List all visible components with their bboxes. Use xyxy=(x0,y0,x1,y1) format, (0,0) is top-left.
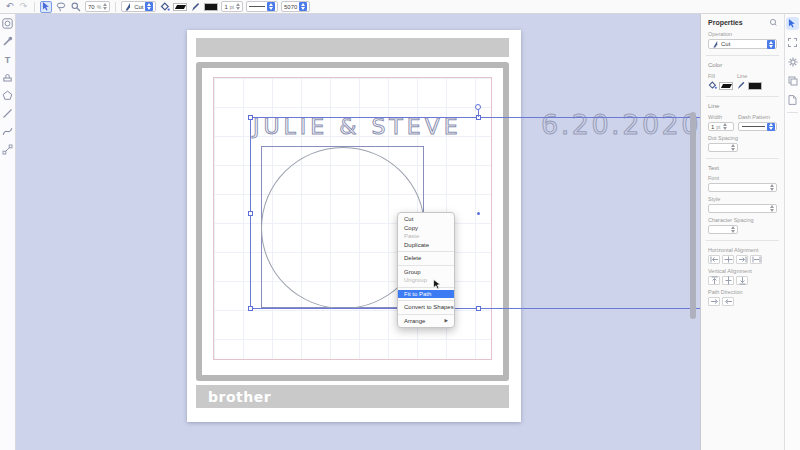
selection-center-mark xyxy=(477,212,480,215)
dash-pattern-select[interactable] xyxy=(738,122,777,131)
operation-select[interactable]: Cut xyxy=(708,39,777,49)
menu-item-delete[interactable]: Delete xyxy=(398,254,454,263)
operation-dropdown[interactable]: Cut xyxy=(121,1,156,12)
menu-separator xyxy=(398,251,454,252)
properties-panel: Properties Operation Cut Color Fill Line… xyxy=(700,14,784,450)
text-section-label: Text xyxy=(708,165,777,171)
operation-dropdown-button[interactable] xyxy=(145,2,153,11)
operation-select-button[interactable] xyxy=(767,40,775,49)
path-direction-reverse-button[interactable] xyxy=(722,297,734,306)
align-middle-v-button[interactable] xyxy=(722,276,734,285)
style-label: Style xyxy=(708,196,777,202)
mouse-cursor-icon xyxy=(433,276,443,294)
eyedropper-tool[interactable] xyxy=(2,36,14,47)
zoom-level-field[interactable]: 70 % xyxy=(85,1,110,12)
dash-pattern-dropdown-button[interactable] xyxy=(267,2,275,11)
align-center-h-button[interactable] xyxy=(722,255,734,264)
layers-tab-button[interactable] xyxy=(786,74,799,87)
zoom-stepper[interactable] xyxy=(103,3,107,10)
pin-panel-icon[interactable] xyxy=(769,18,777,26)
fill-color-preview xyxy=(175,5,186,9)
fill-bucket-icon[interactable] xyxy=(159,1,170,12)
toolbar-separator xyxy=(115,2,116,12)
font-dropdown-button[interactable] xyxy=(299,2,307,11)
select-tool-button[interactable] xyxy=(40,1,52,13)
right-icon-strip xyxy=(784,14,800,450)
properties-tab-button[interactable] xyxy=(786,17,799,30)
dash-pattern-dropdown[interactable] xyxy=(246,1,278,12)
dash-pattern-select-button[interactable] xyxy=(767,123,775,131)
character-spacing-field[interactable] xyxy=(708,225,738,234)
design-date-text[interactable]: 6.20.2020 xyxy=(541,109,700,140)
font-select-stepper[interactable] xyxy=(770,184,774,191)
selection-handle-bottom-center[interactable] xyxy=(476,306,481,311)
align-top-button[interactable] xyxy=(708,276,720,285)
marquee-icon xyxy=(788,38,797,47)
dot-spacing-field[interactable] xyxy=(708,143,738,152)
fill-color-swatch[interactable] xyxy=(173,3,187,11)
menu-item-ungroup[interactable]: Ungroup xyxy=(398,276,454,285)
canvas-viewport[interactable]: brother JULIE & STEVE 6.20.2020 Cut Copy… xyxy=(16,14,700,450)
fill-color-swatch[interactable] xyxy=(719,82,733,90)
zoom-tool-button[interactable] xyxy=(70,1,82,13)
menu-item-group[interactable]: Group xyxy=(398,268,454,277)
undo-icon[interactable]: ↶ xyxy=(4,1,15,12)
node-edit-tool[interactable] xyxy=(2,144,14,155)
align-bottom-button[interactable] xyxy=(736,276,748,285)
line-section-label: Line xyxy=(708,103,777,109)
line-color-swatch[interactable] xyxy=(204,3,218,11)
line-width-field[interactable]: 1 pt xyxy=(708,122,734,131)
menu-item-paste[interactable]: Paste xyxy=(398,232,454,241)
rotation-handle[interactable] xyxy=(475,104,481,110)
align-right-button[interactable] xyxy=(736,255,748,264)
line-icon xyxy=(2,108,13,119)
menu-item-convert-to-shapes[interactable]: Convert to Shapes xyxy=(398,303,454,312)
align-bottom-icon xyxy=(739,276,746,285)
redo-icon[interactable]: ↷ xyxy=(18,1,29,12)
menu-item-duplicate[interactable]: Duplicate xyxy=(398,241,454,250)
menu-item-copy[interactable]: Copy xyxy=(398,224,454,233)
pen-icon[interactable] xyxy=(190,1,201,12)
line-width-stepper[interactable] xyxy=(723,123,727,130)
selection-handle-bottom-left[interactable] xyxy=(248,306,253,311)
dot-spacing-label: Dot Spacing xyxy=(708,135,777,141)
text-tool[interactable]: T xyxy=(2,54,14,65)
menu-item-cut[interactable]: Cut xyxy=(398,215,454,224)
resize-tab-button[interactable] xyxy=(786,36,799,49)
align-center-h-icon xyxy=(724,256,733,263)
path-direction-forward-button[interactable] xyxy=(708,297,720,306)
curve-tool[interactable] xyxy=(2,126,14,137)
line-color-swatch[interactable] xyxy=(748,82,762,90)
polygon-tool[interactable] xyxy=(2,90,14,101)
vertical-scrollbar-thumb[interactable] xyxy=(690,112,696,319)
gear-icon xyxy=(788,57,798,67)
style-select-stepper[interactable] xyxy=(770,205,774,212)
selection-handle-top-left[interactable] xyxy=(248,115,253,120)
dot-spacing-stepper[interactable] xyxy=(731,144,735,151)
line-tool[interactable] xyxy=(2,108,14,119)
line-width-stepper[interactable] xyxy=(236,3,240,10)
align-left-button[interactable] xyxy=(708,255,720,264)
text-tool-icon: T xyxy=(5,55,11,65)
menu-item-arrange[interactable]: Arrange▶ xyxy=(398,317,454,326)
path-reverse-icon xyxy=(724,298,733,305)
panel-title: Properties xyxy=(708,19,743,26)
stamp-tool[interactable] xyxy=(2,72,14,83)
toolbar-separator xyxy=(34,2,35,12)
line-width-field[interactable]: 1 pt xyxy=(221,1,243,12)
character-spacing-stepper[interactable] xyxy=(731,226,735,233)
font-select[interactable] xyxy=(708,183,777,192)
pages-tab-button[interactable] xyxy=(786,93,799,106)
align-justify-h-button[interactable] xyxy=(750,255,762,264)
style-select[interactable] xyxy=(708,204,777,213)
lasso-tool-button[interactable] xyxy=(55,1,67,13)
select-object-tool[interactable] xyxy=(2,18,14,29)
settings-tab-button[interactable] xyxy=(786,55,799,68)
operation-select-value: Cut xyxy=(721,41,765,47)
mat-top-band xyxy=(196,38,509,57)
menu-item-fit-to-path[interactable]: Fit to Path xyxy=(398,290,454,299)
dash-pattern-preview xyxy=(742,126,765,127)
panel-divider xyxy=(706,240,779,241)
selection-handle-mid-left[interactable] xyxy=(248,211,253,216)
font-dropdown[interactable]: 5070 xyxy=(281,1,310,12)
